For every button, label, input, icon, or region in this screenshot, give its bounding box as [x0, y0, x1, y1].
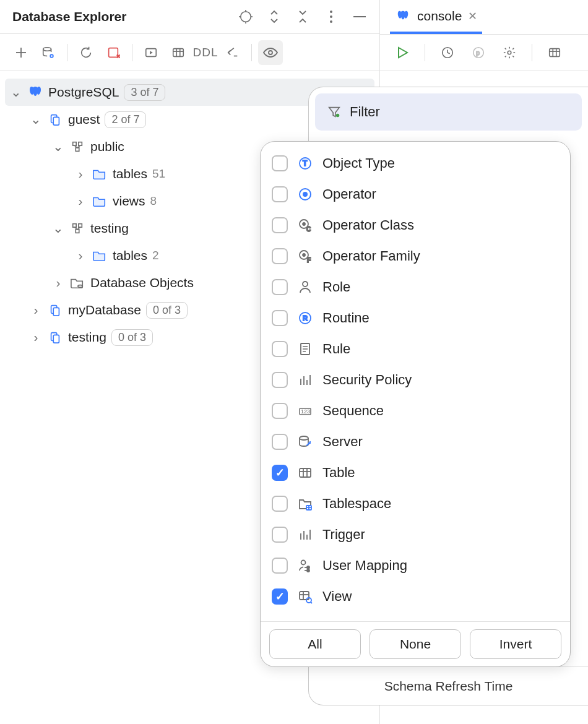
- filter-header[interactable]: Filter: [315, 93, 582, 131]
- type-icon: T: [296, 155, 314, 172]
- svg-marker-41: [399, 48, 407, 58]
- table-button[interactable]: [166, 40, 191, 65]
- checkbox[interactable]: [272, 588, 288, 605]
- tree-label: PostgreSQL: [48, 85, 119, 100]
- checkbox[interactable]: [272, 465, 288, 481]
- filter-item-label: Sequence: [322, 403, 384, 419]
- sequence-icon: 123: [296, 402, 314, 420]
- tab-console[interactable]: console ✕: [390, 0, 482, 34]
- tab-label: console: [417, 9, 462, 24]
- target-icon[interactable]: [238, 9, 253, 24]
- add-button[interactable]: [9, 40, 33, 65]
- svg-rect-32: [79, 224, 82, 228]
- checkbox[interactable]: [272, 496, 288, 512]
- console-button[interactable]: [139, 40, 163, 65]
- filter-item-label: Operator Class: [322, 217, 414, 233]
- filter-item-type[interactable]: T Object Type: [266, 148, 565, 179]
- checkbox[interactable]: [272, 279, 288, 295]
- svg-point-0: [241, 12, 251, 22]
- filter-item-tablespace[interactable]: Tablespace: [266, 488, 565, 519]
- filter-item-operator[interactable]: Operator: [266, 179, 565, 210]
- none-button[interactable]: None: [370, 629, 461, 659]
- chevron-down-icon: ⌄: [52, 139, 64, 154]
- history-button[interactable]: [435, 40, 460, 65]
- filter-item-opfamily[interactable]: F Operator Family: [266, 241, 565, 272]
- invert-button[interactable]: Invert: [470, 629, 561, 659]
- filter-item-usermap[interactable]: User Mapping: [266, 550, 565, 581]
- filter-item-view[interactable]: View: [266, 581, 565, 612]
- checkbox[interactable]: [272, 217, 288, 233]
- tree-label: Database Objects: [90, 275, 194, 290]
- svg-point-45: [508, 51, 511, 54]
- filter-item-trigger[interactable]: Trigger: [266, 519, 565, 550]
- folder-icon: [92, 166, 108, 182]
- server-icon: [296, 433, 314, 450]
- filter-item-label: Operator: [322, 186, 376, 202]
- filter-item-label: Trigger: [322, 527, 365, 543]
- svg-rect-25: [53, 117, 59, 125]
- checkbox[interactable]: [272, 558, 288, 574]
- filter-item-label: Object Type: [322, 155, 395, 171]
- navigate-button[interactable]: [220, 40, 245, 65]
- all-button[interactable]: All: [269, 629, 361, 659]
- trigger-icon: [296, 526, 314, 543]
- datasource-settings-button[interactable]: [36, 40, 61, 65]
- tree-count: 8: [150, 194, 157, 208]
- checkbox[interactable]: [272, 527, 288, 543]
- svg-point-23: [269, 51, 272, 54]
- checkbox[interactable]: [272, 186, 288, 202]
- filter-item-sequence[interactable]: 123 Sequence: [266, 395, 565, 426]
- db-objects-icon: [69, 275, 85, 291]
- ddl-button[interactable]: DDL: [193, 40, 218, 65]
- filter-item-label: Rule: [322, 341, 350, 357]
- svg-text:C: C: [306, 226, 311, 233]
- svg-point-89: [307, 569, 309, 572]
- filter-item-label: Tablespace: [322, 496, 391, 512]
- filter-footer: Schema Refresh Time: [309, 666, 588, 705]
- svg-point-88: [307, 566, 309, 569]
- expand-icon[interactable]: [267, 9, 282, 24]
- grid-button[interactable]: [542, 40, 567, 65]
- close-icon[interactable]: ✕: [468, 9, 477, 23]
- run-button[interactable]: [390, 40, 415, 65]
- view-button[interactable]: [258, 40, 283, 65]
- checkbox[interactable]: [272, 341, 288, 357]
- filter-label: Filter: [350, 104, 380, 120]
- checkbox[interactable]: [272, 372, 288, 388]
- refresh-button[interactable]: [74, 40, 98, 65]
- filter-item-server[interactable]: Server: [266, 426, 565, 457]
- settings-button[interactable]: [497, 40, 522, 65]
- svg-point-6: [330, 15, 332, 18]
- checkbox[interactable]: [272, 310, 288, 326]
- filter-item-policy[interactable]: Security Policy: [266, 364, 565, 395]
- placeholder-button[interactable]: p: [466, 40, 491, 65]
- svg-point-51: [336, 114, 340, 118]
- schema-icon: [69, 139, 85, 155]
- right-toolbar: p: [380, 34, 588, 71]
- checkbox[interactable]: [272, 155, 288, 171]
- tree-count: 2: [152, 249, 159, 262]
- svg-rect-40: [53, 335, 59, 343]
- filter-item-label: Routine: [322, 310, 370, 326]
- filter-item-routine[interactable]: R Routine: [266, 303, 565, 334]
- collapse-icon[interactable]: [295, 9, 310, 24]
- checkbox[interactable]: [272, 403, 288, 419]
- tree-label: public: [90, 139, 124, 154]
- svg-text:×: ×: [117, 53, 120, 59]
- filter-item-table[interactable]: Table: [266, 457, 565, 488]
- stop-button[interactable]: ×: [101, 40, 126, 65]
- checkbox[interactable]: [272, 434, 288, 450]
- svg-point-60: [303, 254, 305, 256]
- table-icon: [296, 464, 314, 481]
- filter-item-role[interactable]: Role: [266, 272, 565, 303]
- checkbox[interactable]: [272, 248, 288, 264]
- postgres-icon: [395, 8, 411, 24]
- filter-item-opclass[interactable]: C Operator Class: [266, 210, 565, 241]
- svg-point-62: [303, 282, 308, 287]
- filter-item-rule[interactable]: Rule: [266, 334, 565, 364]
- panel-header: Database Explorer: [0, 0, 379, 34]
- filter-item-label: Security Policy: [322, 372, 412, 388]
- minimize-icon[interactable]: [352, 9, 367, 24]
- more-icon[interactable]: [324, 9, 339, 24]
- tablespace-icon: [296, 495, 314, 512]
